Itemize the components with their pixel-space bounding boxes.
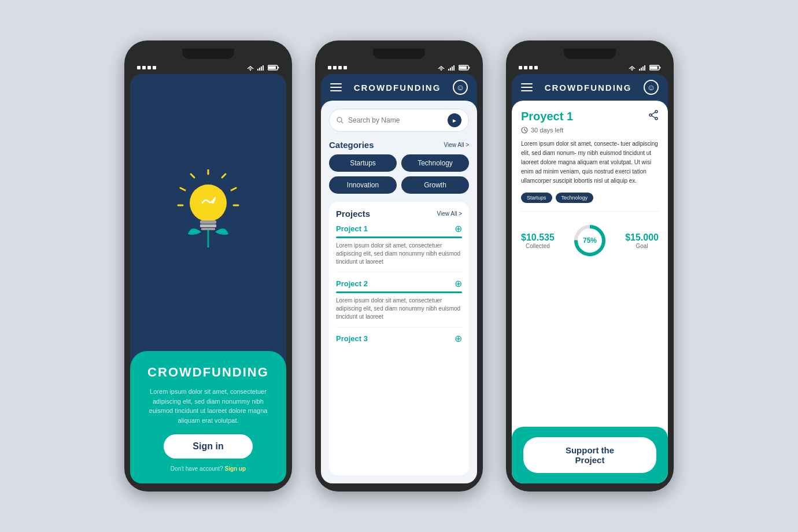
svg-line-12 (231, 188, 236, 190)
user-icon-3[interactable]: ☺ (644, 80, 659, 95)
svg-rect-42 (650, 66, 657, 69)
svg-rect-19 (200, 224, 216, 227)
status-icons-3 (627, 65, 661, 71)
goal-amount: $15.000 (625, 232, 659, 243)
share-icon[interactable] (648, 110, 659, 123)
project-1-bar (336, 237, 462, 238)
collected-amount: $10.535 (521, 232, 555, 243)
svg-line-33 (341, 121, 343, 123)
project-description: Lorem ipsum dolor sit amet, consecte- tu… (521, 139, 659, 186)
battery-icon-2 (459, 65, 470, 71)
project-card-2: Project 2 ⊕ Lorem ipsum dolor sit amet, … (336, 278, 462, 327)
wifi-icon-3 (627, 65, 637, 71)
category-technology[interactable]: Technology (401, 154, 469, 172)
grid-icon-1 (137, 66, 156, 69)
project-2-name: Project 2 (336, 279, 368, 288)
screen-main: CROWDFUNDING ☺ ► (321, 74, 477, 483)
tags-row: Startups Technology (521, 193, 659, 203)
svg-point-32 (337, 117, 342, 122)
main-content-2: ► Categories View All > Startups Technol… (321, 101, 477, 483)
search-bar[interactable]: ► (329, 109, 469, 132)
collected-stat: $10.535 Collected (521, 232, 555, 249)
svg-rect-31 (469, 67, 470, 69)
detail-white-area: Proyect 1 (512, 101, 668, 427)
svg-rect-24 (441, 69, 442, 71)
project-2-plus[interactable]: ⊕ (455, 278, 462, 289)
svg-rect-25 (448, 69, 449, 71)
project-3-plus[interactable]: ⊕ (455, 333, 462, 344)
clock-icon (521, 127, 528, 134)
signin-button[interactable]: Sign in (164, 434, 252, 459)
project-1-name: Project 1 (336, 224, 368, 233)
header-title-3: CROWDFUNDING (545, 83, 632, 93)
search-send-button[interactable]: ► (448, 113, 461, 127)
user-icon-2[interactable]: ☺ (453, 80, 468, 95)
signal-icon-2 (448, 65, 456, 71)
categories-header: Categories View All > (329, 140, 469, 150)
tag-startups: Startups (521, 193, 552, 203)
category-growth[interactable]: Growth (401, 176, 469, 194)
svg-point-17 (190, 184, 227, 221)
goal-label: Goal (625, 243, 659, 249)
app-header-3: CROWDFUNDING ☺ (512, 74, 668, 101)
menu-icon-3[interactable] (521, 83, 533, 91)
svg-rect-26 (450, 68, 451, 71)
svg-rect-28 (453, 65, 455, 71)
categories-section: Categories View All > Startups Technolog… (329, 140, 469, 194)
status-bar-3 (512, 62, 668, 74)
svg-line-14 (191, 174, 194, 178)
project-1-desc: Lorem ipsum dolor sit amet, consectetuer… (336, 242, 462, 266)
categories-title: Categories (329, 140, 374, 150)
status-icons-1 (246, 65, 279, 71)
phone-2-notch (373, 49, 425, 59)
signal-icon-1 (257, 65, 265, 71)
svg-rect-5 (261, 66, 262, 71)
content-inner-2: ► Categories View All > Startups Technol… (321, 101, 477, 483)
wifi-icon-1 (246, 65, 255, 71)
project-1-header: Project 1 ⊕ (336, 223, 462, 234)
splash-top (162, 74, 254, 351)
projects-view-all[interactable]: View All > (437, 210, 462, 217)
support-button[interactable]: Support the Project (523, 437, 656, 473)
battery-icon-1 (268, 65, 279, 71)
project-card-1: Project 1 ⊕ Lorem ipsum dolor sit amet, … (336, 223, 462, 272)
project-card-3: Project 3 ⊕ (336, 333, 462, 344)
project-detail-title: Proyect 1 (521, 110, 573, 123)
svg-rect-30 (459, 66, 467, 69)
splash-description: Lorem ipsum dolor sit amet, consectetuer… (144, 387, 272, 425)
svg-rect-39 (642, 66, 644, 71)
svg-rect-3 (257, 69, 258, 71)
project-2-desc: Lorem ipsum dolor sit amet, consectetuer… (336, 297, 462, 321)
project-2-bar (336, 291, 462, 293)
svg-line-51 (524, 130, 526, 131)
projects-section: Projects View All > Project 1 ⊕ Lorem ip… (329, 202, 469, 475)
signup-link[interactable]: Sign up (224, 466, 246, 472)
tag-technology: Technology (556, 193, 594, 203)
category-innovation[interactable]: Innovation (329, 176, 397, 194)
phone-3: CROWDFUNDING ☺ Proyect 1 (506, 40, 674, 492)
signal-icon-3 (639, 65, 647, 71)
svg-rect-43 (660, 67, 661, 69)
screen-detail: CROWDFUNDING ☺ Proyect 1 (512, 74, 668, 483)
project-detail-header: Proyect 1 (521, 110, 659, 123)
goal-stat: $15.000 Goal (625, 232, 659, 249)
status-icons-2 (437, 65, 470, 71)
detail-footer: Support the Project (512, 427, 668, 483)
splash-title: CROWDFUNDING (147, 365, 269, 380)
svg-rect-37 (639, 69, 640, 71)
svg-rect-8 (268, 66, 276, 69)
status-bar-1 (130, 62, 286, 74)
phone-2: CROWDFUNDING ☺ ► (315, 40, 483, 492)
categories-view-all[interactable]: View All > (444, 142, 469, 148)
stats-row: $10.535 Collected 75% $15.000 (521, 217, 659, 264)
category-startups[interactable]: Startups (329, 154, 397, 172)
projects-header: Projects View All > (336, 209, 462, 219)
project-3-header: Project 3 ⊕ (336, 333, 462, 344)
progress-percent: 75% (583, 237, 597, 245)
menu-icon-2[interactable] (330, 83, 342, 91)
lightbulb-icon (173, 169, 243, 262)
svg-rect-20 (201, 228, 215, 230)
search-input[interactable] (348, 116, 443, 124)
wifi-icon-2 (437, 65, 446, 71)
project-1-plus[interactable]: ⊕ (455, 223, 462, 234)
